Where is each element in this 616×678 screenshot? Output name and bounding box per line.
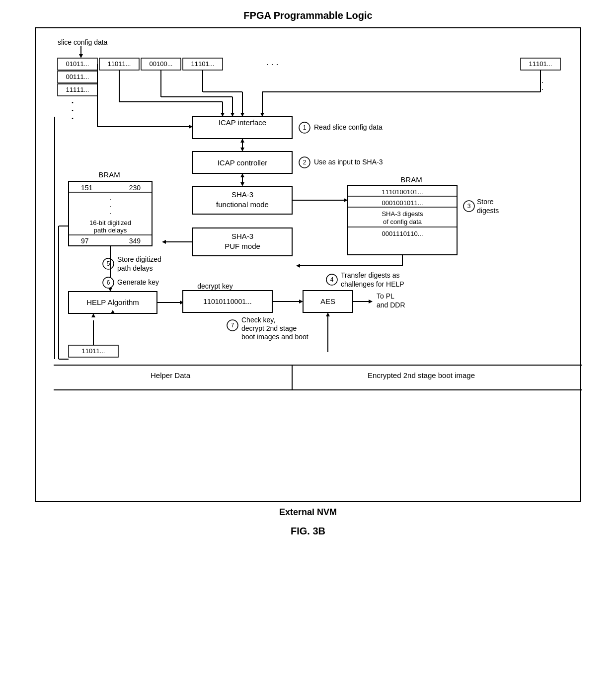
- bram-left-bot-right: 349: [129, 237, 141, 245]
- svg-marker-69: [369, 300, 373, 303]
- bram-left-content2: path delays: [94, 226, 127, 234]
- svg-marker-92: [260, 113, 264, 117]
- bram-right-row3a: SHA-3 digests: [382, 210, 423, 218]
- bram-left-content1: 16-bit digitized: [89, 219, 131, 226]
- svg-marker-1: [79, 54, 83, 58]
- circle-3: 3: [467, 203, 471, 210]
- decrypt-key-label: decrypt key: [197, 282, 233, 290]
- data-cell-r1-4: 11101...: [191, 60, 215, 68]
- annotation-7b: decrypt 2nd stage: [241, 324, 297, 332]
- fpga-diagram-svg: slice config data 01011... 11011... 0010…: [45, 37, 591, 494]
- nvm-right-label: Encrypted 2nd stage boot image: [368, 371, 475, 379]
- icap-controller-label: ICAP controller: [218, 158, 268, 167]
- annotation-5a: Store digitized: [117, 255, 161, 263]
- data-cell-r1-1: 01011...: [66, 60, 89, 68]
- svg-marker-66: [299, 300, 303, 303]
- svg-marker-50: [162, 240, 166, 244]
- slice-config-label: slice config data: [58, 38, 108, 46]
- data-cell-r1-last: 11101...: [529, 60, 552, 68]
- data-cell-r1-3: 00100...: [150, 60, 173, 68]
- dots-h: · · ·: [266, 59, 278, 69]
- svg-text:functional mode: functional mode: [216, 200, 269, 209]
- fpga-diagram-box: slice config data 01011... 11011... 0010…: [35, 27, 581, 502]
- bram-right-label: BRAM: [400, 175, 422, 184]
- bram-left-top-left: 151: [81, 184, 93, 192]
- circle-1: 1: [303, 124, 307, 131]
- bram-left-label: BRAM: [98, 170, 120, 179]
- bottom-data-cell: 11011...: [82, 347, 105, 355]
- to-pl-label: To PL: [377, 292, 394, 300]
- svg-text:·: ·: [71, 114, 74, 124]
- fig-label: FIG. 3B: [291, 526, 325, 537]
- sha3-puf-label: SHA-3: [231, 232, 253, 240]
- annotation-3b: digests: [477, 207, 499, 215]
- bram-right-row1: 1110100101...: [382, 188, 423, 196]
- svg-marker-37: [344, 198, 348, 202]
- annotation-4b: challenges for HELP: [341, 280, 404, 288]
- nvm-title: External NVM: [279, 507, 337, 518]
- circle-5: 5: [107, 260, 110, 267]
- data-cell-r1-2: 11011...: [108, 60, 131, 68]
- annotation-1: Read slice config data: [314, 123, 383, 131]
- circle-7: 7: [231, 322, 234, 329]
- svg-marker-27: [240, 148, 244, 151]
- svg-marker-23: [240, 113, 244, 117]
- bram-left-top-right: 230: [129, 184, 141, 192]
- svg-marker-28: [240, 139, 244, 143]
- annotation-2: Use as input to SHA-3: [314, 158, 383, 166]
- data-cell-r3-1: 11111...: [66, 86, 89, 93]
- data-cell-r2-1: 00111...: [66, 73, 89, 80]
- annotation-3a: Store: [477, 198, 494, 206]
- decrypt-key-value: 11010110001...: [203, 298, 251, 305]
- circle-4: 4: [330, 276, 334, 283]
- bram-right-row4: 0001110110...: [382, 230, 423, 237]
- svg-marker-45: [296, 264, 300, 268]
- annotation-5b: path delays: [117, 264, 153, 272]
- nvm-left-label: Helper Data: [151, 371, 191, 379]
- to-ddr-label: and DDR: [377, 301, 405, 309]
- svg-marker-33: [240, 173, 244, 177]
- help-algorithm-label: HELP Algorithm: [86, 298, 139, 306]
- bram-right-row2: 0001001011...: [382, 199, 423, 207]
- svg-marker-72: [326, 312, 330, 316]
- annotation-4a: Transfer digests as: [341, 271, 400, 279]
- sha3-functional-label: SHA-3: [231, 190, 253, 199]
- annotation-7c: boot images and boot: [241, 333, 308, 341]
- icap-interface-label: ICAP interface: [219, 118, 266, 127]
- svg-marker-75: [91, 313, 95, 317]
- svg-text:PUF mode: PUF mode: [225, 242, 260, 250]
- aes-label: AES: [320, 297, 335, 305]
- svg-marker-32: [240, 182, 244, 186]
- svg-text:·: ·: [541, 85, 543, 93]
- bram-left-bot-left: 97: [81, 237, 89, 245]
- annotation-6: Generate key: [117, 278, 159, 286]
- page-title: FPGA Programmable Logic: [243, 10, 372, 21]
- svg-text:·: ·: [109, 209, 111, 218]
- svg-marker-15: [221, 113, 225, 117]
- circle-2: 2: [303, 159, 307, 166]
- annotation-7a: Check key,: [241, 316, 275, 324]
- bram-right-row3b: of config data: [383, 218, 422, 226]
- svg-marker-88: [189, 125, 193, 129]
- circle-6: 6: [107, 279, 110, 286]
- svg-marker-19: [231, 113, 234, 117]
